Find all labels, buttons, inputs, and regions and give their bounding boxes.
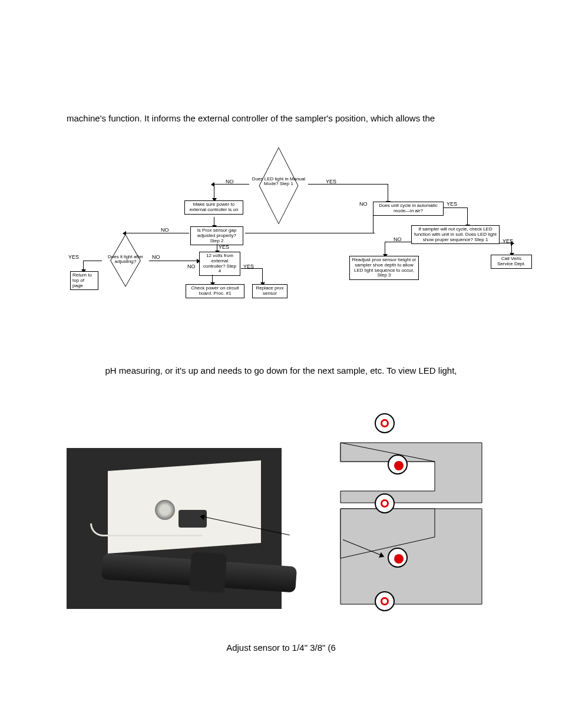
label-no: NO — [187, 264, 196, 270]
label-yes: YES — [447, 202, 457, 207]
box-auto-cycle: Does unit cycle in automatic mode—in air… — [373, 202, 444, 216]
sensor-diagram — [317, 416, 514, 628]
paragraph-line-1: machine's function. It informs the exter… — [67, 113, 526, 123]
label-no: NO — [359, 202, 368, 207]
led-2 — [388, 454, 408, 475]
decision-led-manual: Does LED light in Manual Mode? Step 1 — [249, 171, 308, 200]
box-replace: Replace prox sensor — [252, 284, 287, 298]
label-yes: YES — [219, 245, 229, 251]
led-4 — [388, 548, 408, 568]
box-return-top: Return to top of page — [70, 271, 98, 290]
box-readjust: Readjust prox sensor height or sampler s… — [349, 256, 419, 280]
label-no: NO — [152, 255, 160, 261]
led-5 — [375, 591, 395, 611]
box-pcb: Check power on circuit board. Proc. #1 — [186, 284, 244, 298]
box-12v: 12 volts from external controller? Step … — [199, 252, 240, 276]
flowchart: Does LED light in Manual Mode? Step 1 NO… — [67, 171, 514, 318]
box-gap: Is Prox sensor gap adjusted properly? St… — [190, 226, 243, 245]
caption-adjust-sensor: Adjust sensor to 1/4" 3/8" (6 — [0, 643, 562, 653]
box-sequence: If sampler will not cycle, check LED fun… — [411, 225, 500, 244]
led-3 — [375, 493, 395, 513]
paragraph-line-2: pH measuring, or it's up and needs to go… — [0, 365, 562, 375]
figure-block — [67, 433, 514, 628]
sensor-photo — [67, 448, 282, 609]
decision-light-after-adjust: Does it light after adjusting? — [102, 250, 149, 271]
led-1 — [375, 413, 395, 433]
box-power-on: Make sure power to external controller i… — [184, 200, 243, 215]
label-yes: YES — [243, 264, 254, 270]
label-yes: YES — [68, 255, 79, 261]
box-call-veris: Call Veris Service Dept. — [491, 255, 532, 269]
